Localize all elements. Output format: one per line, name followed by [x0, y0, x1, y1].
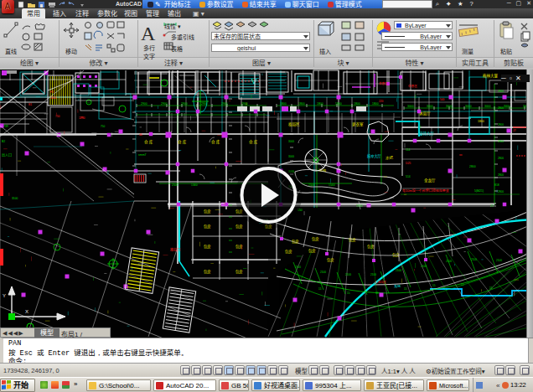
svg-text:Y: Y [3, 293, 6, 298]
svg-text:J7: J7 [513, 129, 516, 132]
svg-text:2100: 2100 [396, 269, 401, 272]
svg-text:3000: 3000 [465, 105, 472, 108]
svg-text:3000: 3000 [427, 105, 433, 108]
svg-text:2800: 2800 [498, 90, 504, 93]
svg-text:1800: 1800 [298, 102, 305, 106]
svg-text:114: 114 [406, 148, 411, 152]
svg-text:2800: 2800 [498, 157, 504, 160]
svg-text:220: 220 [379, 100, 384, 103]
svg-text:休息区: 休息区 [379, 81, 388, 85]
svg-text:B2: B2 [2, 140, 5, 143]
svg-text:包房: 包房 [285, 249, 292, 255]
svg-text:按摩大厅: 按摩大厅 [367, 153, 381, 159]
svg-text:仓 库: 仓 库 [178, 139, 187, 145]
svg-text:3500: 3500 [12, 197, 18, 200]
svg-text:1800: 1800 [372, 102, 379, 106]
svg-text:D25: D25 [406, 162, 411, 165]
svg-text:d6: d6 [139, 133, 142, 137]
svg-text:2100: 2100 [446, 260, 452, 263]
svg-text:1250: 1250 [79, 116, 85, 120]
svg-text:包房: 包房 [235, 224, 242, 230]
svg-text:包房: 包房 [367, 244, 374, 250]
svg-text:出入口: 出入口 [2, 152, 12, 157]
svg-text:包房: 包房 [308, 248, 315, 254]
svg-text:3000: 3000 [407, 105, 414, 108]
svg-text:5(M21): 5(M21) [474, 189, 484, 193]
svg-text:2100: 2100 [421, 265, 427, 268]
svg-text:X: X [25, 309, 28, 314]
svg-text:2500: 2500 [172, 183, 179, 187]
svg-text:包房: 包房 [204, 269, 210, 275]
svg-text:2100: 2100 [471, 258, 477, 261]
svg-text:1340: 1340 [191, 183, 198, 187]
svg-text:包房: 包房 [327, 257, 334, 263]
svg-text:包房: 包房 [349, 237, 355, 243]
svg-text:15: 15 [347, 291, 350, 295]
svg-text:接待大厅: 接待大厅 [419, 131, 434, 137]
svg-text:仓 库: 仓 库 [211, 139, 220, 145]
svg-text:休息区: 休息区 [408, 84, 417, 88]
svg-text:2600: 2600 [50, 96, 56, 100]
svg-text:3000: 3000 [504, 105, 510, 108]
svg-text:2800: 2800 [498, 106, 504, 110]
svg-text:3000: 3000 [484, 105, 491, 108]
svg-text:15: 15 [461, 283, 464, 286]
svg-text:格局区: 格局区 [288, 121, 300, 127]
svg-text:2100: 2100 [295, 266, 301, 269]
svg-text:仓 库: 仓 库 [144, 139, 153, 145]
svg-text:15: 15 [318, 287, 322, 291]
svg-text:A: A [141, 23, 156, 44]
svg-text:818: 818 [494, 183, 499, 187]
svg-text:2900: 2900 [141, 102, 147, 106]
svg-text:1800: 1800 [280, 102, 287, 106]
svg-text:每10m设一个检修口按规范要求: 每10m设一个检修口按规范要求 [402, 188, 449, 193]
svg-text:F2: F2 [50, 90, 54, 94]
svg-text:包房: 包房 [292, 239, 298, 245]
svg-text:包房: 包房 [204, 224, 210, 230]
svg-text:包房: 包房 [204, 244, 210, 250]
svg-text:入流1区: 入流1区 [374, 280, 387, 284]
svg-text:15: 15 [404, 287, 407, 291]
svg-text:2800: 2800 [498, 140, 504, 143]
svg-text:2100: 2100 [496, 259, 502, 262]
svg-text:3000: 3000 [288, 155, 294, 158]
svg-text:全龙厅: 全龙厅 [424, 178, 436, 183]
svg-text:smm7: smm7 [138, 153, 147, 157]
svg-text:15: 15 [432, 284, 436, 287]
svg-text:2900: 2900 [181, 102, 188, 106]
svg-text:3000: 3000 [288, 140, 294, 143]
svg-text:2800: 2800 [498, 173, 504, 177]
svg-text:1540: 1540 [329, 183, 335, 187]
svg-text:2800: 2800 [498, 190, 504, 193]
svg-text:3000: 3000 [446, 105, 453, 108]
svg-text:2100: 2100 [370, 273, 376, 276]
svg-text:540: 540 [440, 98, 445, 101]
svg-text:1800: 1800 [354, 102, 360, 106]
svg-text:-: - [517, 157, 518, 161]
svg-text:水吧: 水吧 [386, 156, 394, 160]
svg-text:包房: 包房 [235, 269, 242, 275]
svg-text:B1: B1 [28, 103, 32, 106]
svg-text:1800: 1800 [478, 120, 484, 123]
svg-text:推拉门: 推拉门 [170, 247, 180, 252]
svg-text:包房: 包房 [204, 209, 210, 214]
svg-text:750: 750 [101, 125, 106, 128]
svg-text:2900: 2900 [221, 102, 228, 106]
svg-text:514: 514 [406, 175, 411, 178]
svg-text:2100: 2100 [320, 271, 326, 274]
svg-text:梅林大厦: 梅林大厦 [483, 73, 498, 79]
svg-text:2100: 2100 [345, 273, 351, 276]
svg-text:包房: 包房 [312, 236, 318, 242]
svg-text:2900: 2900 [161, 102, 168, 106]
svg-text:750: 750 [55, 115, 60, 118]
svg-text:2900: 2900 [241, 102, 248, 106]
svg-text:2800: 2800 [498, 123, 504, 126]
svg-text:更衣室: 更衣室 [352, 121, 364, 127]
svg-text:1800: 1800 [317, 102, 323, 106]
svg-text:15: 15 [489, 286, 493, 290]
svg-text:15: 15 [375, 291, 379, 295]
svg-text:1800: 1800 [335, 102, 342, 106]
svg-text:2800: 2800 [469, 165, 476, 168]
svg-text:包房: 包房 [235, 244, 242, 250]
svg-text:仓 库: 仓 库 [249, 139, 258, 145]
